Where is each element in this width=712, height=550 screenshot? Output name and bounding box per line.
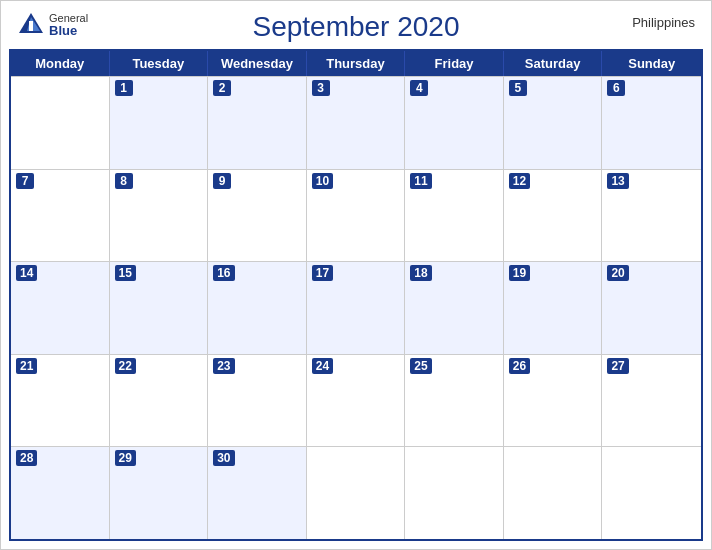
- week-row-4: 21222324252627: [11, 354, 701, 447]
- day-cell-13: 13: [602, 170, 701, 262]
- date-number-29: 29: [115, 450, 136, 466]
- date-number-4: 4: [410, 80, 428, 96]
- date-number-13: 13: [607, 173, 628, 189]
- week-row-2: 78910111213: [11, 169, 701, 262]
- date-number-2: 2: [213, 80, 231, 96]
- day-cell-8: 8: [110, 170, 209, 262]
- week-row-1: 123456: [11, 76, 701, 169]
- date-number-16: 16: [213, 265, 234, 281]
- date-number-1: 1: [115, 80, 133, 96]
- day-cell-6: 6: [602, 77, 701, 169]
- day-cell-empty-4-3: [307, 447, 406, 539]
- day-cell-2: 2: [208, 77, 307, 169]
- day-cell-26: 26: [504, 355, 603, 447]
- day-cell-17: 17: [307, 262, 406, 354]
- date-number-12: 12: [509, 173, 530, 189]
- logo-blue-text: Blue: [49, 24, 88, 38]
- calendar-title: September 2020: [252, 11, 459, 43]
- week-row-3: 14151617181920: [11, 261, 701, 354]
- day-cell-10: 10: [307, 170, 406, 262]
- logo-icon: [17, 11, 45, 39]
- day-cell-9: 9: [208, 170, 307, 262]
- day-header-friday: Friday: [405, 51, 504, 76]
- day-cell-29: 29: [110, 447, 209, 539]
- day-cell-14: 14: [11, 262, 110, 354]
- date-number-21: 21: [16, 358, 37, 374]
- day-cell-empty-4-4: [405, 447, 504, 539]
- country-label: Philippines: [632, 15, 695, 30]
- day-cell-7: 7: [11, 170, 110, 262]
- date-number-22: 22: [115, 358, 136, 374]
- day-cell-28: 28: [11, 447, 110, 539]
- date-number-5: 5: [509, 80, 527, 96]
- date-number-15: 15: [115, 265, 136, 281]
- day-cell-16: 16: [208, 262, 307, 354]
- day-cell-22: 22: [110, 355, 209, 447]
- date-number-26: 26: [509, 358, 530, 374]
- day-cell-21: 21: [11, 355, 110, 447]
- date-number-10: 10: [312, 173, 333, 189]
- date-number-11: 11: [410, 173, 431, 189]
- logo-text: General Blue: [49, 12, 88, 38]
- date-number-20: 20: [607, 265, 628, 281]
- date-number-3: 3: [312, 80, 330, 96]
- date-number-23: 23: [213, 358, 234, 374]
- date-number-24: 24: [312, 358, 333, 374]
- day-header-saturday: Saturday: [504, 51, 603, 76]
- day-headers: Monday Tuesday Wednesday Thursday Friday…: [11, 51, 701, 76]
- date-number-30: 30: [213, 450, 234, 466]
- date-number-9: 9: [213, 173, 231, 189]
- date-number-14: 14: [16, 265, 37, 281]
- day-header-thursday: Thursday: [307, 51, 406, 76]
- day-cell-24: 24: [307, 355, 406, 447]
- day-cell-empty-0-0: [11, 77, 110, 169]
- day-header-wednesday: Wednesday: [208, 51, 307, 76]
- date-number-6: 6: [607, 80, 625, 96]
- date-number-18: 18: [410, 265, 431, 281]
- date-number-8: 8: [115, 173, 133, 189]
- date-number-19: 19: [509, 265, 530, 281]
- day-cell-30: 30: [208, 447, 307, 539]
- day-cell-5: 5: [504, 77, 603, 169]
- day-cell-3: 3: [307, 77, 406, 169]
- day-header-tuesday: Tuesday: [110, 51, 209, 76]
- date-number-25: 25: [410, 358, 431, 374]
- day-cell-18: 18: [405, 262, 504, 354]
- day-header-monday: Monday: [11, 51, 110, 76]
- week-row-5: 282930: [11, 446, 701, 539]
- weeks-container: 1234567891011121314151617181920212223242…: [11, 76, 701, 539]
- calendar-header: General Blue September 2020 Philippines: [1, 1, 711, 49]
- date-number-27: 27: [607, 358, 628, 374]
- day-cell-15: 15: [110, 262, 209, 354]
- day-header-sunday: Sunday: [602, 51, 701, 76]
- date-number-17: 17: [312, 265, 333, 281]
- day-cell-1: 1: [110, 77, 209, 169]
- svg-rect-2: [29, 21, 33, 31]
- day-cell-25: 25: [405, 355, 504, 447]
- day-cell-empty-4-6: [602, 447, 701, 539]
- day-cell-11: 11: [405, 170, 504, 262]
- day-cell-27: 27: [602, 355, 701, 447]
- date-number-7: 7: [16, 173, 34, 189]
- calendar-grid: Monday Tuesday Wednesday Thursday Friday…: [9, 49, 703, 541]
- day-cell-19: 19: [504, 262, 603, 354]
- calendar-container: General Blue September 2020 Philippines …: [0, 0, 712, 550]
- day-cell-20: 20: [602, 262, 701, 354]
- date-number-28: 28: [16, 450, 37, 466]
- day-cell-12: 12: [504, 170, 603, 262]
- day-cell-empty-4-5: [504, 447, 603, 539]
- logo-area: General Blue: [17, 11, 88, 39]
- day-cell-4: 4: [405, 77, 504, 169]
- day-cell-23: 23: [208, 355, 307, 447]
